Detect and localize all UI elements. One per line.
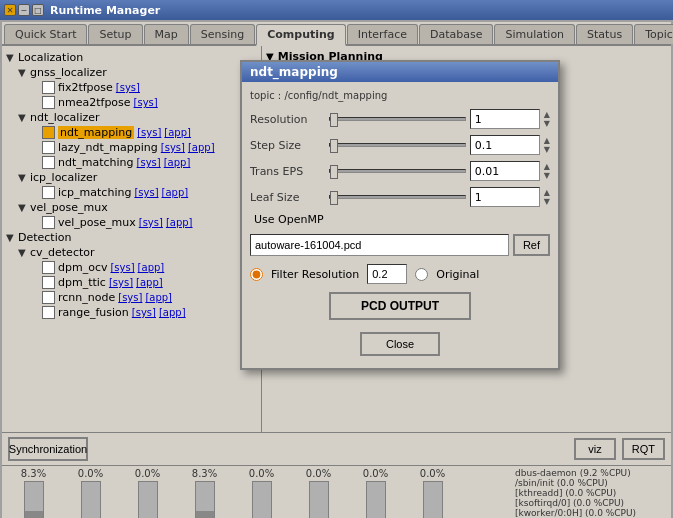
trans-eps-arrows[interactable]: ▲ ▼: [544, 162, 550, 180]
original-label: Original: [436, 268, 479, 281]
down-arrow-icon[interactable]: ▼: [544, 171, 550, 180]
down-arrow-icon[interactable]: ▼: [544, 145, 550, 154]
filter-label: Filter Resolution: [271, 268, 359, 281]
resolution-row: Resolution 1 ▲ ▼: [250, 109, 550, 129]
up-arrow-icon[interactable]: ▲: [544, 136, 550, 145]
leaf-size-slider[interactable]: [329, 195, 466, 199]
resolution-arrows[interactable]: ▲ ▼: [544, 110, 550, 128]
modal-close-button[interactable]: Close: [360, 332, 440, 356]
filter-value-input[interactable]: [367, 264, 407, 284]
down-arrow-icon[interactable]: ▼: [544, 119, 550, 128]
down-arrow-icon[interactable]: ▼: [544, 197, 550, 206]
slider-handle-icon[interactable]: [330, 191, 338, 205]
modal-content: topic : /config/ndt_mapping Resolution 1…: [242, 82, 558, 368]
up-arrow-icon[interactable]: ▲: [544, 162, 550, 171]
resolution-value[interactable]: 1: [470, 109, 540, 129]
pcd-output-button[interactable]: PCD OUTPUT: [329, 292, 471, 320]
leaf-size-value[interactable]: 1: [470, 187, 540, 207]
file-row: Ref: [250, 234, 550, 256]
filter-resolution-row: Filter Resolution Original: [250, 264, 550, 284]
step-size-arrows[interactable]: ▲ ▼: [544, 136, 550, 154]
modal-overlay: ndt_mapping topic : /config/ndt_mapping …: [0, 0, 673, 518]
openmp-row: Use OpenMP: [250, 213, 550, 226]
file-input[interactable]: [250, 234, 509, 256]
step-size-label: Step Size: [250, 139, 325, 152]
openmp-label: Use OpenMP: [254, 213, 324, 226]
trans-eps-value[interactable]: 0.01: [470, 161, 540, 181]
slider-handle-icon[interactable]: [330, 113, 338, 127]
modal-dialog: ndt_mapping topic : /config/ndt_mapping …: [240, 60, 560, 370]
modal-title: ndt_mapping: [250, 65, 338, 79]
modal-title-bar: ndt_mapping: [242, 62, 558, 82]
slider-handle-icon[interactable]: [330, 165, 338, 179]
trans-eps-row: Trans EPS 0.01 ▲ ▼: [250, 161, 550, 181]
leaf-size-label: Leaf Size: [250, 191, 325, 204]
resolution-slider[interactable]: [329, 117, 466, 121]
step-size-value[interactable]: 0.1: [470, 135, 540, 155]
slider-handle-icon[interactable]: [330, 139, 338, 153]
resolution-label: Resolution: [250, 113, 325, 126]
trans-eps-slider[interactable]: [329, 169, 466, 173]
ref-button[interactable]: Ref: [513, 234, 550, 256]
pcd-output-row: PCD OUTPUT: [250, 292, 550, 320]
modal-topic: topic : /config/ndt_mapping: [250, 90, 550, 101]
original-radio[interactable]: [415, 268, 428, 281]
leaf-size-arrows[interactable]: ▲ ▼: [544, 188, 550, 206]
filter-radio[interactable]: [250, 268, 263, 281]
step-size-slider[interactable]: [329, 143, 466, 147]
up-arrow-icon[interactable]: ▲: [544, 110, 550, 119]
step-size-row: Step Size 0.1 ▲ ▼: [250, 135, 550, 155]
up-arrow-icon[interactable]: ▲: [544, 188, 550, 197]
leaf-size-row: Leaf Size 1 ▲ ▼: [250, 187, 550, 207]
modal-buttons: Close: [250, 328, 550, 360]
trans-eps-label: Trans EPS: [250, 165, 325, 178]
